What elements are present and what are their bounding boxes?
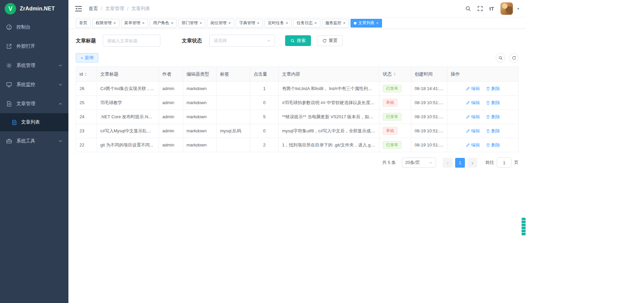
close-icon[interactable]: × <box>376 21 379 25</box>
close-icon[interactable]: × <box>343 21 346 25</box>
tab-permission-management[interactable]: 权限管理 × <box>92 19 119 28</box>
document-icon <box>6 101 12 107</box>
close-icon[interactable]: × <box>113 21 116 25</box>
tab-menu-management[interactable]: 菜单管理 × <box>121 19 148 28</box>
status-badge: 草稿 <box>383 127 397 135</box>
tab-article-list[interactable]: 文章列表 × <box>351 19 382 28</box>
col-header-content: 文章内容 <box>279 67 379 82</box>
app-title: ZrAdmin.NET <box>20 6 55 12</box>
tab-bar: 首页 权限管理 × 菜单管理 × 用户角色 × 部门管理 × 岗位管理 × <box>68 17 526 29</box>
breadcrumb-separator: / <box>127 6 128 11</box>
goto-page-input[interactable] <box>497 158 512 168</box>
tab-department-management[interactable]: 部门管理 × <box>178 19 206 28</box>
trash-icon <box>486 129 490 133</box>
sidebar-item-system-tools[interactable]: 系统工具 <box>0 131 68 150</box>
sort-carets[interactable]: ▲ ▼ <box>85 72 87 76</box>
chevron-down-icon <box>58 139 62 143</box>
delete-button[interactable]: 删除 <box>486 142 500 148</box>
sidebar-item-external-open[interactable]: 外部打开 <box>0 37 68 56</box>
page-suffix-label: 页 <box>514 160 519 166</box>
edit-button[interactable]: 编辑 <box>466 128 480 134</box>
sidebar-item-article-list[interactable]: 文章列表 <box>0 113 68 131</box>
sort-desc-icon: ▼ <box>393 74 396 76</box>
col-header-author: 作者 <box>159 67 183 82</box>
article-status-select[interactable]: 请选择 <box>209 35 275 47</box>
status-badge: 已发布 <box>383 113 401 121</box>
close-icon[interactable]: × <box>200 21 202 25</box>
sidebar-item-system-management[interactable]: 系统管理 <box>0 56 68 75</box>
article-status-label: 文章状态 <box>182 38 202 44</box>
breadcrumb-item-home[interactable]: 首页 <box>89 6 98 12</box>
search-icon <box>290 39 295 43</box>
scrollbar-thumb[interactable] <box>522 218 526 236</box>
page-size-select[interactable]: 20条/页 <box>402 158 436 168</box>
fullscreen-icon[interactable] <box>477 6 483 11</box>
active-tab-dot <box>354 22 357 25</box>
trash-icon <box>486 143 490 147</box>
user-avatar[interactable] <box>500 2 513 15</box>
delete-button[interactable]: 删除 <box>486 86 500 92</box>
app-root: V ZrAdmin.NET 控制台 外部打开 系统管理 <box>0 0 526 303</box>
main-area: 首页 / 文章管理 / 文章列表 tT ▾ 首页 <box>68 0 526 303</box>
tab-service-monitor[interactable]: 服务监控 × <box>322 19 349 28</box>
font-size-icon[interactable]: tT <box>489 6 494 11</box>
top-navbar: 首页 / 文章管理 / 文章列表 tT ▾ <box>68 0 526 17</box>
sort-carets[interactable]: ▲ ▼ <box>393 72 396 76</box>
col-header-actions: 操作 <box>447 67 519 82</box>
sidebar-collapse-icon[interactable] <box>74 4 83 13</box>
close-icon[interactable]: × <box>142 21 145 25</box>
edit-button[interactable]: 编辑 <box>466 142 480 148</box>
toolbox-icon <box>6 138 12 144</box>
article-title-input[interactable] <box>103 35 160 47</box>
table-header-row: id ▲ ▼ 文章标题 作者 编辑器类型 标签 点击量 文章 <box>76 67 519 82</box>
delete-button[interactable]: 删除 <box>486 128 500 134</box>
search-button[interactable]: 搜索 <box>285 35 311 46</box>
edit-button[interactable]: 编辑 <box>466 86 480 92</box>
sidebar-item-article-management[interactable]: 文章管理 <box>0 94 68 113</box>
sidebar-item-system-monitor[interactable]: 系统监控 <box>0 75 68 94</box>
chevron-down-icon <box>429 161 433 165</box>
tab-home[interactable]: 首页 <box>76 19 91 28</box>
page-number-button[interactable]: 1 <box>455 158 465 168</box>
reset-button[interactable]: 重置 <box>317 35 343 46</box>
col-header-editor-type: 编辑器类型 <box>183 67 217 82</box>
table-row: 25 羽毛球教学 admin markdown 0 #羽毛球拍参数说明 ## 中… <box>76 96 519 110</box>
breadcrumb-item-article-management[interactable]: 文章管理 <box>105 6 124 12</box>
tab-dict-management[interactable]: 字典管理 × <box>236 19 263 28</box>
edit-button[interactable]: 编辑 <box>466 114 480 120</box>
sidebar-item-dashboard[interactable]: 控制台 <box>0 17 68 37</box>
tab-scheduled-task[interactable]: 定时任务 × <box>265 19 292 28</box>
prev-page-button[interactable]: ‹ <box>443 158 452 168</box>
tab-label: 首页 <box>79 20 87 26</box>
delete-button[interactable]: 删除 <box>486 100 500 106</box>
search-icon[interactable] <box>465 6 471 11</box>
close-icon[interactable]: × <box>314 21 317 25</box>
tab-user-role[interactable]: 用户角色 × <box>150 19 177 28</box>
status-badge: 草稿 <box>383 99 397 107</box>
close-icon[interactable]: × <box>228 21 231 25</box>
user-menu-caret-icon[interactable]: ▾ <box>517 6 519 11</box>
sidebar-item-label: 文章管理 <box>16 101 35 107</box>
chevron-up-icon <box>58 102 62 106</box>
add-button[interactable]: + 新增 <box>76 53 98 62</box>
select-placeholder: 请选择 <box>214 38 227 44</box>
refresh-button[interactable] <box>509 53 519 62</box>
refresh-icon <box>512 56 516 60</box>
toggle-search-button[interactable] <box>496 53 505 62</box>
tab-post-management[interactable]: 岗位管理 × <box>207 19 234 28</box>
delete-button[interactable]: 删除 <box>486 114 500 120</box>
refresh-icon <box>322 39 327 43</box>
tab-label: 服务监控 <box>325 20 341 26</box>
dashboard-icon <box>6 24 12 30</box>
app-logo[interactable]: V ZrAdmin.NET <box>0 0 68 17</box>
pencil-icon <box>466 87 470 91</box>
close-icon[interactable]: × <box>286 21 288 25</box>
next-page-button[interactable]: › <box>468 158 477 168</box>
edit-button[interactable]: 编辑 <box>466 100 480 106</box>
pencil-icon <box>466 143 470 147</box>
close-icon[interactable]: × <box>171 21 173 25</box>
tab-task-log[interactable]: 任务日志 × <box>293 19 320 28</box>
tab-label: 部门管理 <box>182 20 198 26</box>
close-icon[interactable]: × <box>257 21 260 25</box>
tab-label: 字典管理 <box>239 20 255 26</box>
